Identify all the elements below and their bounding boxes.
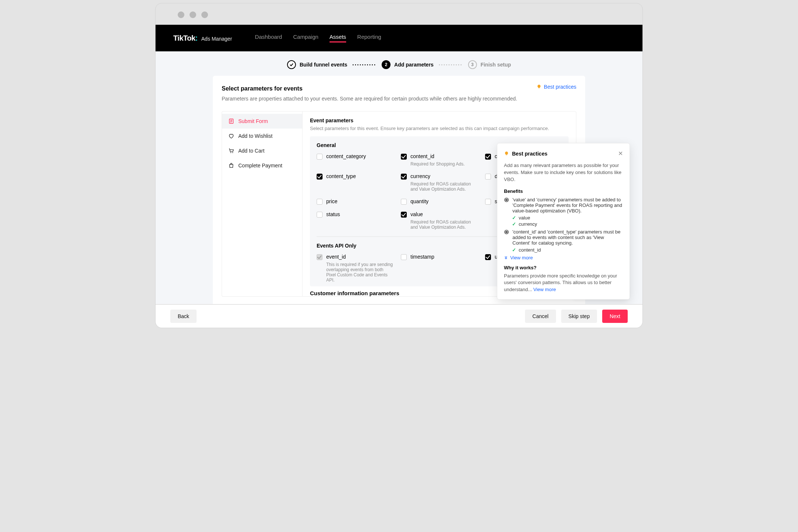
checkbox[interactable] — [317, 199, 323, 205]
param-price[interactable]: price — [317, 198, 393, 205]
check-label: currency — [519, 221, 537, 227]
param-content_type[interactable]: content_type — [317, 173, 393, 192]
param-label: content_category — [326, 153, 366, 159]
checkbox[interactable] — [401, 154, 407, 160]
param-currency[interactable]: currencyRequired for ROAS calculation an… — [401, 173, 478, 192]
best-practices-popover: Best practices ✕ Add as many relevant pa… — [497, 143, 630, 300]
view-more-label: View more — [510, 255, 533, 260]
checkbox[interactable] — [401, 199, 407, 205]
nav-campaign[interactable]: Campaign — [293, 34, 318, 42]
checkbox[interactable] — [317, 154, 323, 160]
heart-icon — [228, 133, 235, 139]
nav-assets[interactable]: Assets — [330, 34, 346, 42]
next-button[interactable]: Next — [602, 310, 628, 323]
view-more-inline[interactable]: View more — [533, 287, 556, 292]
benefit-1-checks: ✓value ✓currency — [512, 215, 623, 227]
check-icon — [287, 60, 296, 69]
window-dot — [201, 11, 208, 18]
step-2-number: 2 — [382, 60, 391, 69]
step-1: Build funnel events — [287, 60, 347, 69]
brand-logo: TikTok: — [173, 34, 198, 42]
close-icon[interactable]: ✕ — [618, 150, 623, 157]
cart-icon — [228, 148, 235, 154]
sidebar-item-payment[interactable]: Complete Payment — [222, 158, 302, 173]
checkbox[interactable] — [401, 254, 407, 260]
checkbox — [317, 254, 323, 260]
param-label: currency — [410, 173, 478, 179]
param-value[interactable]: valueRequired for ROAS calculation and V… — [401, 211, 478, 230]
sidebar-item-wishlist[interactable]: Add to Wishlist — [222, 129, 302, 143]
target-icon — [504, 229, 509, 246]
browser-traffic-lights — [156, 3, 642, 25]
param-event_id[interactable]: event_idThis is required if you are send… — [317, 254, 393, 283]
nav-reporting[interactable]: Reporting — [357, 34, 381, 42]
param-content_category[interactable]: content_category — [317, 153, 393, 167]
sidebar-item-label: Submit Form — [238, 118, 268, 124]
best-practices-link[interactable]: Best practices — [536, 84, 576, 90]
popover-intro: Add as many relevant parameters as possi… — [504, 162, 623, 183]
step-3-number: 3 — [468, 60, 477, 69]
events-sidebar: Submit Form Add to Wishlist Add to Cart — [222, 111, 302, 297]
sidebar-item-submit-form[interactable]: Submit Form — [222, 114, 302, 129]
param-quantity[interactable]: quantity — [401, 198, 478, 205]
brand: TikTok: Ads Manager — [173, 34, 232, 42]
main-subtitle: Select parameters for this event. Ensure… — [310, 126, 569, 131]
checkbox[interactable] — [485, 154, 491, 160]
sidebar-item-label: Add to Wishlist — [238, 133, 273, 139]
sidebar-item-cart[interactable]: Add to Cart — [222, 143, 302, 158]
checkbox[interactable] — [317, 174, 323, 180]
checkbox[interactable] — [485, 174, 491, 180]
svg-point-8 — [506, 232, 507, 232]
sidebar-item-label: Add to Cart — [238, 148, 265, 154]
param-help: Required for ROAS calculation and Value … — [410, 219, 478, 230]
param-help: This is required if you are sending over… — [326, 262, 393, 283]
param-label: price — [326, 198, 337, 204]
view-more-link[interactable]: View more — [504, 255, 623, 260]
svg-point-1 — [231, 152, 231, 153]
check-icon: ✓ — [512, 247, 516, 253]
checkbox[interactable] — [485, 254, 491, 260]
checkbox[interactable] — [485, 199, 491, 205]
step-2-label: Add parameters — [394, 62, 434, 68]
param-content_id[interactable]: content_idRequired for Shopping Ads. — [401, 153, 478, 167]
why-title: Why it works? — [504, 265, 623, 270]
sidebar-item-label: Complete Payment — [238, 163, 282, 168]
step-3: 3 Finish setup — [468, 60, 511, 69]
benefit-2-text: 'content_id' and 'content_type' paramete… — [512, 229, 623, 246]
main-title: Event parameters — [310, 117, 569, 123]
back-button[interactable]: Back — [170, 310, 197, 323]
why-text: Parameters provide more specific knowled… — [504, 273, 623, 294]
cancel-button[interactable]: Cancel — [525, 310, 556, 323]
check-icon: ✓ — [512, 215, 516, 221]
checkbox[interactable] — [401, 174, 407, 180]
target-icon — [504, 197, 509, 214]
benefit-1: 'value' and 'currency' parameters must b… — [504, 197, 623, 214]
checkbox[interactable] — [401, 212, 407, 218]
chevron-double-down-icon — [504, 256, 508, 260]
param-help: Required for Shopping Ads. — [410, 161, 465, 167]
bulb-icon — [536, 84, 542, 89]
param-label: status — [326, 211, 340, 217]
checkbox[interactable] — [317, 212, 323, 218]
check-label: content_id — [519, 247, 541, 253]
benefit-2-checks: ✓content_id — [512, 247, 623, 253]
benefit-1-text: 'value' and 'currency' parameters must b… — [512, 197, 623, 214]
skip-step-button[interactable]: Skip step — [561, 310, 597, 323]
param-label: value — [410, 211, 478, 217]
popover-title: Best practices — [512, 151, 548, 157]
svg-point-5 — [506, 200, 507, 200]
stepper: Build funnel events •••••••••• 2 Add par… — [156, 51, 642, 76]
step-separator: •••••••••• — [439, 63, 463, 67]
check-label: value — [519, 215, 530, 221]
nav-dashboard[interactable]: Dashboard — [255, 34, 282, 42]
panel-subtitle: Parameters are properties attached to yo… — [222, 96, 576, 102]
param-status[interactable]: status — [317, 211, 393, 230]
param-help: Required for ROAS calculation and Value … — [410, 181, 478, 192]
panel-title: Select parameters for events — [222, 85, 576, 92]
param-timestamp[interactable]: timestamp — [401, 254, 478, 283]
step-2: 2 Add parameters — [382, 60, 434, 69]
step-3-label: Finish setup — [481, 62, 511, 68]
brand-subtitle: Ads Manager — [201, 36, 232, 42]
browser-frame: TikTok: Ads Manager Dashboard Campaign A… — [155, 3, 643, 328]
svg-point-2 — [232, 152, 233, 153]
